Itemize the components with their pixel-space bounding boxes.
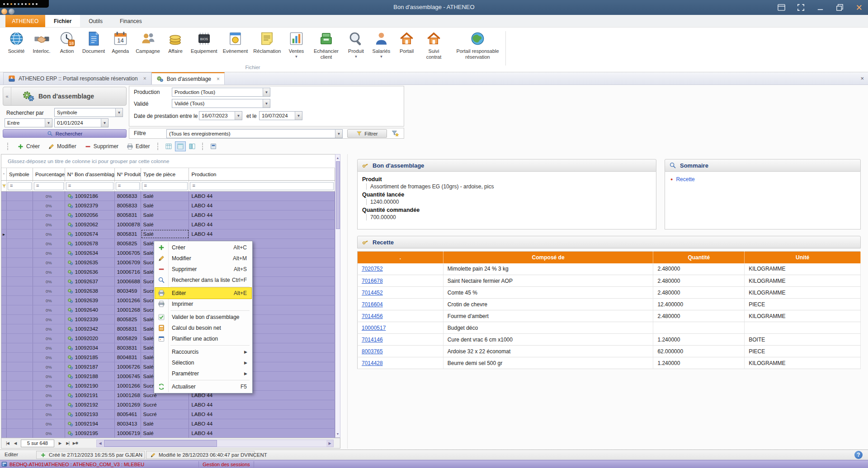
ribbon-button-suivi-contrat[interactable]: Suivi contrat (419, 29, 448, 60)
filtrer-button[interactable]: Filtrer (347, 129, 387, 138)
sommaire-link-recette[interactable]: ●Recette (670, 176, 855, 183)
context-menu-item-supprimer[interactable]: SupprimerAlt+S (155, 264, 251, 275)
ribbon-button-campagne[interactable]: Campagne (133, 29, 163, 54)
recette-row[interactable]: 7016678Saint Nectaire fermier AOP2.48000… (358, 275, 861, 287)
sessions-link[interactable]: Gestion des sessions (203, 462, 250, 467)
chevron-down-icon[interactable]: ▼ (115, 108, 123, 117)
minimize-button[interactable] (816, 3, 825, 12)
filter-editor-icon[interactable] (392, 130, 399, 137)
menu-tab-outils[interactable]: Outils (80, 15, 111, 27)
grid-filter-symbole[interactable]: = (7, 181, 33, 191)
chevron-down-icon[interactable]: ▼ (235, 112, 242, 120)
rechercher-button[interactable]: Rechercher (3, 129, 127, 138)
pager-last-button[interactable]: ▶| (64, 440, 71, 447)
scroll-up-icon[interactable]: ▲ (335, 155, 340, 161)
vertical-scrollbar[interactable]: ▲ ▼ (335, 154, 340, 438)
grid-filter-n-produit[interactable]: = (115, 181, 141, 191)
close-button[interactable] (855, 3, 863, 12)
panel-splitter[interactable] (347, 154, 348, 449)
recette-code-link[interactable]: 7014456 (362, 313, 383, 319)
entre-select[interactable]: Entre▼ (5, 118, 52, 127)
recette-code-link[interactable]: 8003765 (362, 348, 383, 355)
grid-filter-production[interactable]: = (189, 181, 335, 191)
ribbon-button-portail[interactable]: Portail (394, 29, 419, 54)
date-prestation-from-input[interactable]: 16/07/2023▼ (199, 111, 242, 120)
ribbon-button-agenda[interactable]: 14Agenda (108, 29, 133, 54)
ribbon-button-portail-responsable-reservation[interactable]: Portail responsable réservation (448, 29, 507, 60)
grid-column-header-pourcentage[interactable]: Pourcentage (33, 168, 65, 180)
chevron-down-icon[interactable]: ▼ (295, 112, 302, 120)
collapse-panel-icon[interactable]: « (3, 87, 11, 105)
ribbon-button-reclamation[interactable]: Réclamation (250, 29, 283, 54)
grid-filter-n-bon-d-assemblage[interactable]: = (65, 181, 115, 191)
recette-column-item[interactable]: . (358, 252, 443, 263)
pager-prev-button[interactable]: ◀ (11, 440, 19, 447)
ribbon-button-ventes[interactable]: Ventes▼ (283, 29, 309, 59)
context-menu-item-valider-le-bon-d-assemblage[interactable]: Valider le bon d'assemblage (155, 312, 251, 323)
toolbar-grip[interactable] (202, 143, 204, 150)
grid-filter-type-de-piece[interactable]: = (141, 181, 189, 191)
context-menu-item-parametrer[interactable]: Paramétrer▶ (155, 368, 251, 379)
chevron-down-icon[interactable]: ▼ (45, 119, 52, 127)
recette-column-compose-de[interactable]: Composé de (443, 252, 653, 263)
toolbar-grip[interactable] (7, 143, 9, 150)
pager-append-button[interactable]: ▶✱ (71, 440, 79, 447)
document-tab-atheneo-erp-portail-responsable-reservation[interactable]: AATHENEO ERP :: Portail responsable rése… (3, 72, 151, 84)
ribbon-button-affaire[interactable]: Affaire (163, 29, 188, 54)
recette-code-link[interactable]: 7020752 (362, 266, 383, 272)
recette-row[interactable]: 7020752Mimolette pain 24 % 3 kg2.480000K… (358, 263, 861, 275)
help-button[interactable]: ? (854, 451, 863, 459)
grid-column-header-type-de-piece[interactable]: Type de pièce (141, 168, 189, 180)
grid-row[interactable]: 0%100921938005461SucréLABO 44 (1, 410, 335, 419)
date-prestation-to-input[interactable]: 10/07/2024▼ (259, 111, 302, 120)
pager-next-button[interactable]: ▶ (56, 440, 64, 447)
grid-row[interactable]: 0%1009206210000878SaléLABO 44 (1, 220, 335, 229)
grid-row[interactable]: 0%1009219210001269SucréLABO 44 (1, 400, 335, 410)
recette-row[interactable]: 8003765Ardoise 32 x 22 économat62.000000… (358, 346, 861, 357)
recette-code-link[interactable]: 10000517 (362, 325, 386, 331)
grid-filter-indicator[interactable] (1, 181, 7, 191)
toolbar-grip[interactable] (157, 143, 160, 150)
recette-row[interactable]: 7014146Cure dent vrac 6 cm x10001.240000… (358, 334, 861, 346)
production-select[interactable]: Production (Tous)▼ (172, 88, 270, 97)
grid-row[interactable]: 0%100923798005833SaléLABO 44 (1, 201, 335, 211)
chevron-down-icon[interactable]: ▼ (101, 119, 108, 127)
view-toggle-3[interactable] (187, 141, 198, 151)
context-menu-item-actualiser[interactable]: ActualiserF5 (155, 381, 251, 392)
ribbon-button-produit[interactable]: Produit▼ (343, 29, 368, 59)
recette-column-quantite[interactable]: Quantité (653, 252, 745, 263)
restore-button[interactable] (835, 3, 844, 12)
grid-row[interactable]: 0%100920568005831SaléLABO 44 (1, 211, 335, 220)
tab-close-icon[interactable]: × (143, 75, 146, 82)
scrollbar-thumb[interactable] (104, 440, 217, 447)
context-menu-item-calcul-du-besoin-net[interactable]: Calcul du besoin net (155, 323, 251, 333)
recette-row[interactable]: 7016604Crotin de chevre12.400000PIECE (358, 299, 861, 310)
grid-row[interactable]: 0%100921948003413SaléLABO 44 (1, 419, 335, 429)
scrollbar-thumb[interactable] (336, 161, 340, 229)
grid-column-header-production[interactable]: Production (189, 168, 335, 180)
filtre-select[interactable]: (Tous les enregistrements)▼ (166, 129, 343, 138)
document-tab-bon-d-assemblage[interactable]: Bon d'assemblage× (151, 72, 225, 84)
fullscreen-icon[interactable] (797, 3, 805, 12)
brand-tab[interactable]: ATHENEO (5, 15, 45, 27)
scroll-down-icon[interactable]: ▼ (335, 431, 340, 437)
context-menu-item-selection[interactable]: Sélection▶ (155, 357, 251, 368)
context-menu-item-editer[interactable]: EditerAlt+E (155, 288, 251, 299)
context-menu-item-raccourcis[interactable]: Raccourcis▶ (155, 346, 251, 357)
tab-bar-close-icon[interactable]: × (860, 75, 864, 82)
recette-code-link[interactable]: 7014428 (362, 360, 383, 366)
recette-code-link[interactable]: 7016604 (362, 301, 383, 308)
date-from-input[interactable]: 01/01/2024▼ (54, 118, 108, 127)
horizontal-scrollbar[interactable]: ◀ ▶ (96, 440, 334, 447)
tab-close-icon[interactable]: × (217, 76, 220, 82)
ribbon-button-equipement[interactable]: BIOSEquipement (188, 29, 220, 54)
recette-column-unite[interactable]: Unité (745, 252, 861, 263)
recette-row[interactable]: 7014428Beurre demi sel 500 gr1.240000KIL… (358, 357, 861, 369)
grid-filter-pourcentage[interactable]: = (33, 181, 65, 191)
grid-column-header-n-produit[interactable]: N° Produit (115, 168, 141, 180)
toolbar-extra-button[interactable] (208, 141, 219, 151)
toolbar-button-supprimer[interactable]: Supprimer (80, 142, 123, 151)
pager-first-button[interactable]: |◀ (4, 440, 11, 447)
toolbar-button-modifier[interactable]: Modifier (44, 142, 80, 151)
grid-row[interactable]: ▸0%100926748005831SaléLABO 44 (1, 229, 335, 239)
